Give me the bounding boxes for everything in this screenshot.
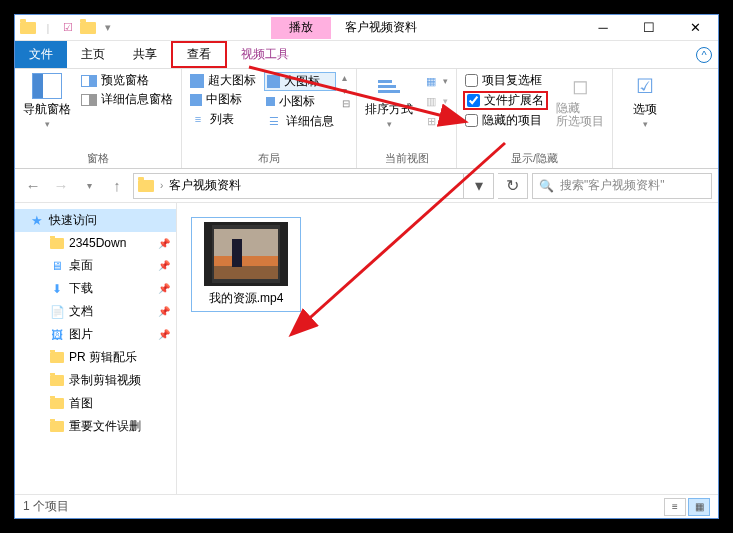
search-box[interactable]: 🔍 搜索"客户视频资料" bbox=[532, 173, 712, 199]
location-text: 客户视频资料 bbox=[169, 177, 241, 194]
tab-share[interactable]: 共享 bbox=[119, 41, 171, 68]
tree-pictures[interactable]: 🖼图片📌 bbox=[15, 323, 176, 346]
lg-icon bbox=[267, 75, 280, 88]
up-button[interactable]: ↑ bbox=[105, 174, 129, 198]
tree-recordings[interactable]: 录制剪辑视频 bbox=[15, 369, 176, 392]
picture-icon: 🖼 bbox=[49, 327, 65, 343]
tree-documents[interactable]: 📄文档📌 bbox=[15, 300, 176, 323]
folder-icon bbox=[19, 19, 37, 37]
layout-more-icon[interactable]: ⊟ bbox=[342, 98, 350, 109]
fit-icon: ⊞ bbox=[423, 113, 439, 129]
titlebar: | ☑ ▾ 播放 客户视频资料 ─ ☐ ✕ bbox=[15, 15, 718, 41]
group-label-current-view: 当前视图 bbox=[363, 149, 450, 168]
properties-icon[interactable]: ☑ bbox=[59, 19, 77, 37]
large-icons-button[interactable]: 大图标 bbox=[264, 72, 336, 91]
tab-file[interactable]: 文件 bbox=[15, 41, 67, 68]
group-by-button[interactable]: ▦▾ bbox=[421, 72, 450, 90]
ribbon-group-show-hide: 项目复选框 文件扩展名 隐藏的项目 ◻ 隐藏 所选项目 显示/隐藏 bbox=[457, 69, 613, 168]
back-button[interactable]: ← bbox=[21, 174, 45, 198]
nav-pane-icon bbox=[32, 73, 62, 99]
sort-icon bbox=[378, 80, 400, 93]
tree-pr-music[interactable]: PR 剪辑配乐 bbox=[15, 346, 176, 369]
item-count: 1 个项目 bbox=[23, 498, 69, 515]
context-tab-play[interactable]: 播放 bbox=[271, 17, 331, 39]
address-bar: ← → ▾ ↑ › 客户视频资料 ▾ ↻ 🔍 搜索"客户视频资料" bbox=[15, 169, 718, 203]
tree-downloads[interactable]: ⬇下载📌 bbox=[15, 277, 176, 300]
options-button[interactable]: ☑ 选项 ▾ bbox=[619, 72, 671, 129]
hidden-items-toggle[interactable]: 隐藏的项目 bbox=[463, 112, 548, 129]
list-button[interactable]: ≡列表 bbox=[188, 110, 258, 128]
xl-icon bbox=[190, 74, 204, 88]
folder-icon bbox=[49, 396, 65, 412]
pin-icon: 📌 bbox=[158, 238, 170, 249]
video-thumbnail bbox=[204, 222, 288, 286]
icons-view-toggle[interactable]: ▦ bbox=[688, 498, 710, 516]
chevron-right-icon: › bbox=[160, 180, 163, 191]
tab-home[interactable]: 主页 bbox=[67, 41, 119, 68]
status-bar: 1 个项目 ≡ ▦ bbox=[15, 494, 718, 518]
med-icon bbox=[190, 94, 202, 106]
tree-shoutu[interactable]: 首图 bbox=[15, 392, 176, 415]
details-pane-button[interactable]: 详细信息窗格 bbox=[79, 91, 175, 108]
address-dropdown[interactable]: ▾ bbox=[464, 173, 494, 199]
desktop-icon: 🖥 bbox=[49, 258, 65, 274]
close-button[interactable]: ✕ bbox=[672, 15, 718, 41]
ribbon: 导航窗格 ▾ 预览窗格 详细信息窗格 窗格 超大图标 中图标 ≡列表 大图标 bbox=[15, 69, 718, 169]
group-label-panes: 窗格 bbox=[21, 149, 175, 168]
qat-dropdown-icon[interactable]: ▾ bbox=[99, 19, 117, 37]
file-list[interactable]: 我的资源.mp4 bbox=[177, 203, 718, 494]
help-icon[interactable]: ^ bbox=[696, 47, 712, 63]
group-icon: ▦ bbox=[423, 73, 439, 89]
pin-icon: 📌 bbox=[158, 306, 170, 317]
view-toggles: ≡ ▦ bbox=[664, 498, 710, 516]
sm-icon bbox=[266, 97, 275, 106]
recent-dropdown[interactable]: ▾ bbox=[77, 174, 101, 198]
size-columns-button[interactable]: ⊞ bbox=[421, 112, 450, 130]
search-icon: 🔍 bbox=[539, 179, 554, 193]
maximize-button[interactable]: ☐ bbox=[626, 15, 672, 41]
medium-icons-button[interactable]: 中图标 bbox=[188, 91, 258, 108]
minimize-button[interactable]: ─ bbox=[580, 15, 626, 41]
refresh-button[interactable]: ↻ bbox=[498, 173, 528, 199]
divider-icon: | bbox=[39, 19, 57, 37]
tree-important[interactable]: 重要文件误删 bbox=[15, 415, 176, 438]
options-icon: ☑ bbox=[629, 72, 661, 100]
list-icon: ≡ bbox=[190, 111, 206, 127]
details-button[interactable]: ☰详细信息 bbox=[264, 112, 336, 130]
window-controls: ─ ☐ ✕ bbox=[580, 15, 718, 41]
tree-desktop[interactable]: 🖥桌面📌 bbox=[15, 254, 176, 277]
small-icons-button[interactable]: 小图标 bbox=[264, 93, 336, 110]
preview-pane-icon bbox=[81, 75, 97, 87]
nav-pane-button[interactable]: 导航窗格 ▾ bbox=[21, 72, 73, 129]
address-box[interactable]: › 客户视频资料 bbox=[133, 173, 464, 199]
group-label-show-hide: 显示/隐藏 bbox=[463, 149, 606, 168]
details-pane-icon bbox=[81, 94, 97, 106]
group-label-options bbox=[619, 152, 671, 168]
star-icon: ★ bbox=[29, 213, 45, 229]
explorer-window: | ☑ ▾ 播放 客户视频资料 ─ ☐ ✕ 文件 主页 共享 查看 视频工具 ^… bbox=[14, 14, 719, 519]
forward-button[interactable]: → bbox=[49, 174, 73, 198]
add-columns-button[interactable]: ▥▾ bbox=[421, 92, 450, 110]
layout-scroll-up-icon[interactable]: ▴ bbox=[342, 72, 350, 83]
sort-by-button[interactable]: 排序方式 ▾ bbox=[363, 72, 415, 129]
file-item[interactable]: 我的资源.mp4 bbox=[191, 217, 301, 312]
tree-2345down[interactable]: 2345Down📌 bbox=[15, 232, 176, 254]
tab-view[interactable]: 查看 bbox=[171, 41, 227, 68]
search-placeholder: 搜索"客户视频资料" bbox=[560, 177, 665, 194]
navigation-tree: ★快速访问 2345Down📌 🖥桌面📌 ⬇下载📌 📄文档📌 🖼图片📌 PR 剪… bbox=[15, 203, 177, 494]
layout-scroll-down-icon[interactable]: ▾ bbox=[342, 85, 350, 96]
hide-selected-button[interactable]: ◻ 隐藏 所选项目 bbox=[554, 72, 606, 127]
new-folder-icon[interactable] bbox=[79, 19, 97, 37]
item-checkboxes-toggle[interactable]: 项目复选框 bbox=[463, 72, 548, 89]
details-view-toggle[interactable]: ≡ bbox=[664, 498, 686, 516]
tab-video-tools[interactable]: 视频工具 bbox=[227, 41, 303, 68]
extra-large-icons-button[interactable]: 超大图标 bbox=[188, 72, 258, 89]
folder-icon bbox=[49, 373, 65, 389]
content-area: ★快速访问 2345Down📌 🖥桌面📌 ⬇下载📌 📄文档📌 🖼图片📌 PR 剪… bbox=[15, 203, 718, 494]
window-title: 客户视频资料 bbox=[345, 19, 417, 36]
columns-icon: ▥ bbox=[423, 93, 439, 109]
tree-quick-access[interactable]: ★快速访问 bbox=[15, 209, 176, 232]
preview-pane-button[interactable]: 预览窗格 bbox=[79, 72, 175, 89]
folder-icon bbox=[49, 235, 65, 251]
file-extensions-toggle[interactable]: 文件扩展名 bbox=[463, 91, 548, 110]
